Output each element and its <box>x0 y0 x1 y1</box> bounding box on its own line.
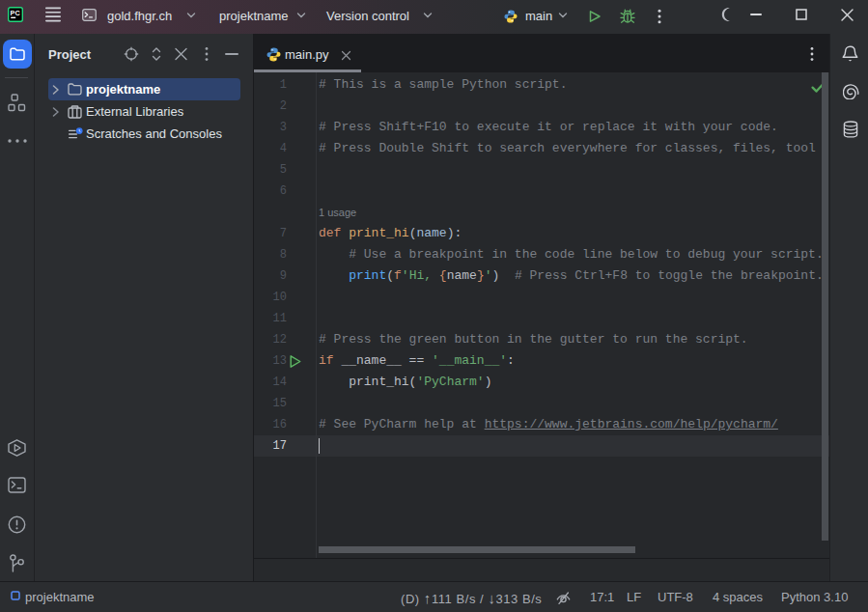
svg-text:PC: PC <box>11 9 20 17</box>
